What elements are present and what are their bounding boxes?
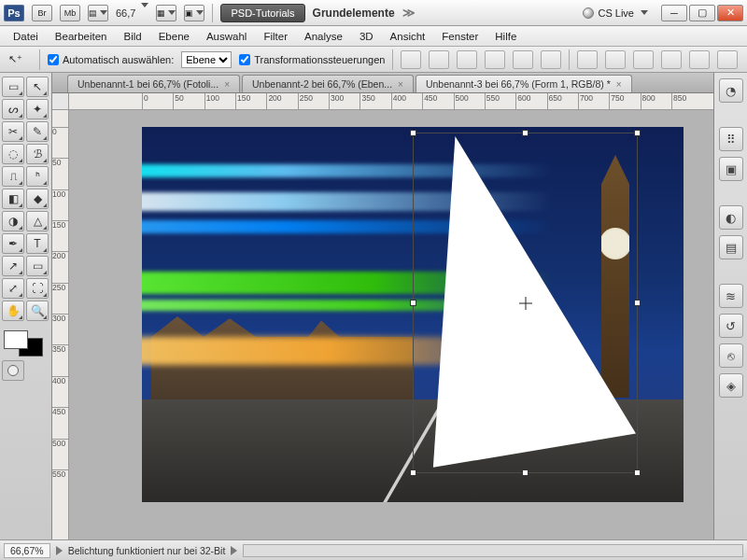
transform-handle-w[interactable]: [410, 300, 416, 306]
distribute-right-button[interactable]: [717, 50, 738, 69]
align-bottom-button[interactable]: [457, 50, 477, 69]
menu-analyse[interactable]: Analyse: [297, 29, 350, 44]
adjustments-panel-icon[interactable]: ▣: [719, 157, 743, 181]
transform-handle-sw[interactable]: [410, 469, 416, 476]
document-tab[interactable]: Unbenannt-1 bei 66,7% (Fotoli...×: [67, 75, 240, 92]
layers-panel-icon[interactable]: ▤: [719, 235, 743, 259]
menu-hilfe[interactable]: Hilfe: [487, 29, 524, 44]
tool-crop[interactable]: ✂: [2, 121, 24, 142]
active-tool-icon[interactable]: ↖⁺: [6, 50, 24, 69]
distribute-vcenter-button[interactable]: [605, 50, 626, 69]
window-maximize-button[interactable]: ▢: [689, 5, 715, 21]
ruler-corner[interactable]: [52, 93, 69, 110]
tool-dodge[interactable]: ◑: [2, 211, 24, 231]
view-extras-button[interactable]: ▤: [88, 5, 108, 21]
tool-rectangular-marquee[interactable]: ▭: [2, 77, 24, 97]
align-right-button[interactable]: [541, 50, 561, 69]
tool-clone-stamp[interactable]: ⎍: [2, 166, 24, 187]
zoom-readout[interactable]: 66,7: [116, 7, 148, 19]
transform-handle-e[interactable]: [634, 300, 641, 306]
tool-3d-camera[interactable]: ⛶: [26, 278, 49, 299]
auto-select-target-dropdown[interactable]: Ebene: [181, 51, 232, 68]
cs-live-button[interactable]: CS Live: [583, 7, 648, 19]
transform-handle-n[interactable]: [522, 130, 529, 136]
menu-auswahl[interactable]: Auswahl: [199, 29, 254, 44]
horizontal-ruler[interactable]: 0501001502002503003504004505005506006507…: [69, 93, 713, 110]
tool-paint-bucket[interactable]: ◆: [26, 189, 49, 209]
minibridge-button[interactable]: Mb: [60, 5, 80, 21]
distribute-top-button[interactable]: [577, 50, 598, 69]
window-close-button[interactable]: ✕: [717, 5, 743, 21]
quick-mask-toggle[interactable]: [2, 360, 24, 381]
styles-panel-icon[interactable]: ◈: [719, 373, 743, 398]
menu-bearbeiten[interactable]: Bearbeiten: [48, 29, 115, 44]
close-tab-icon[interactable]: ×: [224, 79, 230, 90]
transform-controls-check[interactable]: [239, 54, 250, 65]
tool-eyedropper[interactable]: ✎: [26, 121, 49, 142]
color-swatches[interactable]: [2, 329, 45, 358]
align-left-button[interactable]: [485, 50, 505, 69]
tool-zoom[interactable]: 🔍: [26, 301, 49, 321]
distribute-hcenter-button[interactable]: [689, 50, 710, 69]
menu-ebene[interactable]: Ebene: [151, 29, 197, 44]
workspace-tab-grundelemente[interactable]: Grundelemente: [313, 7, 395, 20]
menu-filter[interactable]: Filter: [256, 29, 295, 44]
transform-handle-nw[interactable]: [410, 130, 416, 136]
distribute-left-button[interactable]: [661, 50, 682, 69]
tool-move[interactable]: ↖: [26, 77, 49, 97]
channels-panel-icon[interactable]: ≋: [719, 284, 743, 308]
align-vcenter-button[interactable]: [429, 50, 449, 69]
tool-brush[interactable]: ℬ: [26, 144, 49, 164]
menu-ansicht[interactable]: Ansicht: [383, 29, 433, 44]
paths-panel-icon[interactable]: ⎋: [719, 343, 743, 368]
close-tab-icon[interactable]: ×: [616, 79, 622, 90]
tool-rectangle-shape[interactable]: ▭: [26, 256, 49, 276]
tool-type[interactable]: T: [26, 233, 49, 254]
canvas-stage[interactable]: [69, 110, 713, 539]
align-hcenter-button[interactable]: [513, 50, 533, 69]
menu-bild[interactable]: Bild: [116, 29, 148, 44]
distribute-bottom-button[interactable]: [633, 50, 654, 69]
status-arrow-icon[interactable]: [231, 546, 237, 555]
close-tab-icon[interactable]: ×: [398, 79, 403, 90]
bridge-button[interactable]: Br: [32, 5, 52, 21]
tool-pen[interactable]: ✒: [2, 233, 24, 254]
auto-select-check[interactable]: [48, 54, 59, 65]
auto-select-checkbox[interactable]: Automatisch auswählen:: [48, 54, 174, 65]
screen-mode-button[interactable]: ▣: [184, 5, 204, 21]
tool-magic-wand[interactable]: ✦: [26, 99, 49, 119]
document-tab[interactable]: Unbenannt-3 bei 66,7% (Form 1, RGB/8) *×: [416, 75, 632, 92]
tool-path-select[interactable]: ↗: [2, 256, 24, 276]
menu-datei[interactable]: Datei: [6, 29, 46, 44]
color-panel-icon[interactable]: ◔: [719, 78, 743, 103]
transform-center-point[interactable]: [519, 297, 532, 310]
menu-3d[interactable]: 3D: [352, 29, 381, 44]
tool-history-brush[interactable]: ʰ: [26, 166, 49, 187]
foreground-color-swatch[interactable]: [4, 330, 28, 349]
tool-lasso[interactable]: ᔕ: [2, 99, 24, 119]
tool-spot-heal[interactable]: ◌: [2, 144, 24, 164]
window-minimize-button[interactable]: ─: [661, 5, 687, 21]
vertical-ruler[interactable]: 050100150200250300350400450500550: [52, 110, 69, 539]
tool-eraser[interactable]: ◧: [2, 189, 24, 209]
transform-bounding-box[interactable]: [413, 133, 638, 473]
status-zoom[interactable]: 66,67%: [4, 543, 50, 558]
history-panel-icon[interactable]: ↺: [719, 314, 743, 338]
masks-panel-icon[interactable]: ◐: [719, 205, 743, 230]
menu-fenster[interactable]: Fenster: [434, 29, 486, 44]
tool-hand[interactable]: ✋: [2, 301, 24, 321]
arrange-documents-button[interactable]: ▦: [156, 5, 176, 21]
tool-blur[interactable]: △: [26, 211, 49, 231]
document-tab[interactable]: Unbenannt-2 bei 66,7% (Eben...×: [242, 75, 414, 92]
transform-controls-checkbox[interactable]: Transformationssteuerungen: [239, 54, 385, 65]
swatches-panel-icon[interactable]: ⠿: [719, 127, 743, 151]
workspace-overflow-button[interactable]: ≫: [402, 6, 413, 20]
status-arrow-icon[interactable]: [56, 546, 63, 555]
status-scroll-track[interactable]: [243, 544, 743, 557]
transform-handle-ne[interactable]: [634, 130, 641, 136]
transform-handle-se[interactable]: [634, 469, 641, 476]
tool-3d-rotate[interactable]: ⤢: [2, 278, 24, 299]
workspace-tab-psdtutorials[interactable]: PSD-Tutorials: [220, 4, 304, 22]
transform-handle-s[interactable]: [522, 469, 529, 476]
align-top-button[interactable]: [401, 50, 421, 69]
